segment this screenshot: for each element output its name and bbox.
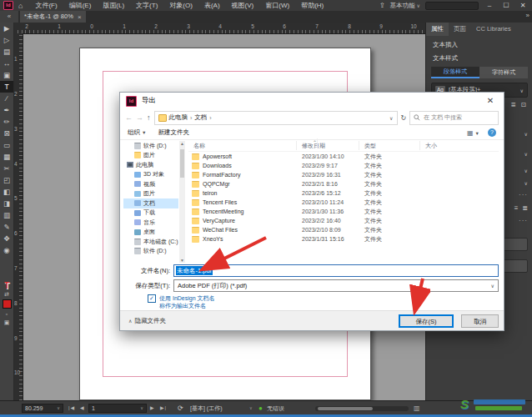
direct-selection-tool[interactable]: ▷: [0, 34, 13, 46]
filename-input[interactable]: 未命名-1.pdf: [173, 264, 499, 277]
file-row[interactable]: TencentMeeting2023/1/30 11:36文件夹: [188, 207, 499, 216]
sidebar-item-6[interactable]: 文档: [123, 198, 178, 208]
polygon-tool[interactable]: ▦: [0, 151, 13, 163]
pencil-tool[interactable]: ✏: [0, 116, 13, 128]
fill-color-swatch[interactable]: [3, 299, 12, 309]
window-close-button[interactable]: ✕: [517, 2, 529, 9]
chevron-down-icon[interactable]: ∨: [247, 404, 253, 413]
horizontal-scrollbar[interactable]: [315, 406, 409, 411]
sidebar-item-2[interactable]: 此电脑: [123, 160, 178, 170]
window-maximize-button[interactable]: ☐: [500, 2, 512, 9]
help-icon[interactable]: ?: [488, 128, 496, 137]
gradient-swatch-tool[interactable]: ◧: [0, 186, 13, 198]
preflight-profile[interactable]: [基本] (工作): [190, 404, 223, 413]
up-icon[interactable]: ↑: [147, 113, 151, 122]
screen-mode-icon[interactable]: ▣: [0, 319, 13, 327]
save-button[interactable]: 保存(S): [399, 314, 454, 328]
file-row[interactable]: Apowersoft2023/1/30 14:10文件夹: [188, 152, 499, 161]
quick-search-input[interactable]: [425, 2, 479, 10]
breadcrumb-folder[interactable]: 文档: [194, 113, 207, 122]
tab-character-styles[interactable]: 字符样式: [479, 67, 528, 78]
cancel-button[interactable]: 取消: [461, 314, 499, 328]
menu-item-6[interactable]: 视图(V): [226, 1, 260, 10]
dialog-search-input[interactable]: 在 文档 中搜索: [409, 111, 499, 125]
rectangle-tool[interactable]: ▭: [0, 139, 13, 151]
sidebar-item-11[interactable]: 软件 (D:): [123, 247, 178, 257]
refresh-icon[interactable]: ↻: [401, 114, 407, 122]
file-row[interactable]: Tencent Files2023/2/10 11:24文件夹: [188, 198, 499, 207]
file-row[interactable]: QQPCMgr2023/2/1 8:16文件夹: [188, 179, 499, 188]
menu-item-3[interactable]: 文字(T): [130, 1, 163, 10]
window-minimize-button[interactable]: –: [484, 2, 495, 9]
breadcrumb-root[interactable]: 此电脑: [169, 113, 188, 122]
organize-button[interactable]: 组织▼: [128, 128, 146, 137]
scroll-up-icon[interactable]: ▲: [179, 141, 185, 146]
new-folder-button[interactable]: 新建文件夹: [158, 128, 189, 137]
vertical-ruler[interactable]: 1234567891011: [13, 33, 23, 400]
content-collector-tool[interactable]: ▣: [0, 69, 13, 81]
file-row[interactable]: teiron2023/2/6 15:12文件夹: [188, 188, 499, 198]
sidebar-item-9[interactable]: 桌面: [123, 228, 178, 238]
free-transform-tool[interactable]: ◰: [0, 174, 13, 186]
redefine-style-icon[interactable]: ≣: [510, 101, 515, 108]
column-date[interactable]: 修改日期: [297, 141, 359, 150]
first-spread-icon[interactable]: |◀: [68, 404, 75, 413]
use-docname-checkbox-row[interactable]: ✓ 使用 InDesign 文档名 称作为输出文件名: [148, 294, 215, 309]
scrollbar-thumb[interactable]: [318, 407, 373, 410]
home-icon[interactable]: ⌂: [18, 2, 23, 10]
back-icon[interactable]: ←: [125, 113, 133, 122]
menu-item-4[interactable]: 对象(O): [163, 1, 198, 10]
gradient-feather-tool[interactable]: ◨: [0, 198, 13, 209]
menu-item-5[interactable]: 表(A): [198, 1, 226, 10]
menu-item-0[interactable]: 文件(F): [29, 1, 63, 10]
hand-tool[interactable]: ✥: [0, 233, 13, 244]
gap-tool[interactable]: ↔: [0, 58, 13, 69]
rotate-spread-icon[interactable]: ⟳: [178, 404, 183, 413]
workspace-switcher[interactable]: 基本功能∨: [390, 2, 420, 10]
align-left-icon[interactable]: ≡: [514, 204, 519, 212]
breadcrumb[interactable]: 此电脑 › 文档 › ∨: [154, 111, 398, 125]
collapse-dock-icon[interactable]: «: [0, 11, 18, 23]
scroll-down-icon[interactable]: ▼: [179, 258, 185, 263]
file-row[interactable]: FormatFactory2023/2/9 16:31文件夹: [188, 170, 499, 179]
view-options-button[interactable]: ▦▼: [467, 129, 479, 137]
scrollbar-thumb[interactable]: [180, 149, 184, 178]
sidebar-item-8[interactable]: 音乐: [123, 218, 178, 228]
sidebar-item-4[interactable]: 视频: [123, 179, 178, 189]
tab-paragraph-styles[interactable]: 段落样式: [431, 67, 479, 78]
line-tool[interactable]: ∕: [0, 93, 13, 104]
file-row[interactable]: VeryCapture2023/2/2 16:40文件夹: [188, 216, 499, 225]
next-spread-icon[interactable]: ▶: [150, 404, 155, 413]
scissors-tool[interactable]: ✂: [0, 163, 13, 174]
file-row[interactable]: Downloads2023/2/9 9:17文件夹: [188, 161, 499, 170]
apply-formatting-icon[interactable]: ▫: [0, 310, 13, 319]
eyedropper-tool[interactable]: ✎: [0, 221, 13, 233]
tab-cc-libraries[interactable]: CC Libraries: [471, 23, 516, 36]
sidebar-item-5[interactable]: 图片: [123, 189, 178, 199]
dialog-title-bar[interactable]: Id 导出 ✕: [120, 93, 504, 109]
column-name[interactable]: 名称: [188, 141, 297, 150]
tab-pages[interactable]: 页面: [449, 23, 471, 36]
page-tool[interactable]: ▤: [0, 46, 13, 58]
selection-tool[interactable]: ▶: [0, 23, 13, 34]
page-number-input[interactable]: 1∨: [88, 404, 147, 413]
column-size[interactable]: 大小: [420, 141, 499, 150]
pen-tool[interactable]: ✒: [0, 104, 13, 116]
swap-fill-stroke-icon[interactable]: ⇄: [0, 291, 13, 298]
note-tool[interactable]: ▥: [0, 209, 13, 221]
forward-icon[interactable]: →: [136, 113, 143, 122]
sidebar-item-10[interactable]: 本地磁盘 (C:): [123, 237, 178, 247]
fill-text-indicator[interactable]: T: [0, 281, 13, 291]
sidebar-item-7[interactable]: 下载: [123, 208, 178, 219]
type-tool[interactable]: T: [0, 81, 13, 93]
frame-tool[interactable]: ⊠: [0, 128, 13, 139]
align-center-icon[interactable]: ≣: [522, 204, 528, 212]
menu-item-1[interactable]: 编辑(E): [63, 1, 98, 10]
sidebar-item-3[interactable]: 3D 对象: [123, 170, 178, 180]
align-icons-partial[interactable]: ≡≣: [514, 204, 528, 212]
tab-close-icon[interactable]: ×: [78, 13, 82, 21]
file-row[interactable]: XneoYs2023/1/31 15:16文件夹: [188, 234, 499, 244]
last-spread-icon[interactable]: ▶|: [160, 404, 167, 413]
sidebar-item-1[interactable]: 图片: [123, 151, 178, 161]
menu-item-2[interactable]: 版面(L): [97, 1, 130, 10]
